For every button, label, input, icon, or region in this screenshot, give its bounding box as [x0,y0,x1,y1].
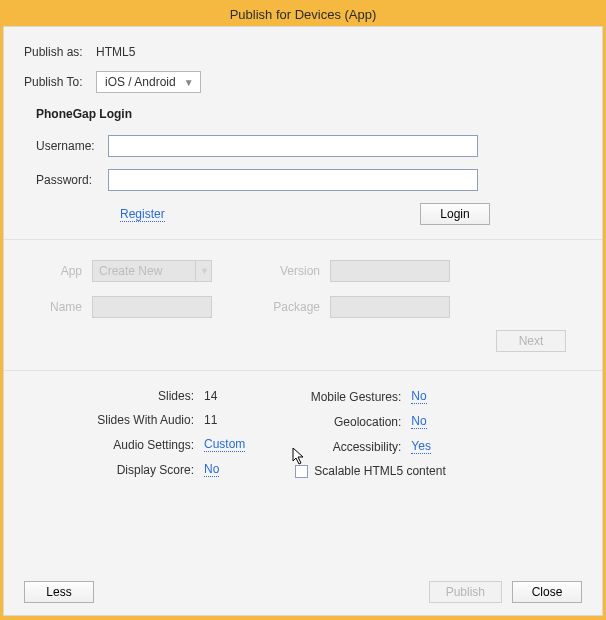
divider [4,370,602,371]
phonegap-section-title: PhoneGap Login [36,107,582,121]
slides-label: Slides: [54,389,194,403]
accessibility-label: Accessibility: [295,440,401,454]
scalable-checkbox[interactable] [295,465,308,478]
package-label: Package [272,300,320,314]
package-input [330,296,450,318]
name-input [92,296,212,318]
app-section: App Create New ▼ Name Version [24,250,582,360]
dialog-content: Publish as: HTML5 Publish To: iOS / Andr… [3,26,603,616]
slides-audio-value: 11 [204,413,217,427]
register-link[interactable]: Register [120,207,165,222]
password-row: Password: [36,169,582,191]
info-section: Slides: 14 Slides With Audio: 11 Audio S… [54,389,582,478]
scalable-label: Scalable HTML5 content [314,464,445,478]
publish-as-value: HTML5 [96,45,135,59]
publish-to-select[interactable]: iOS / Android ▼ [96,71,201,93]
geolocation-label: Geolocation: [295,415,401,429]
audio-settings-label: Audio Settings: [54,438,194,452]
version-input [330,260,450,282]
password-input[interactable] [108,169,478,191]
accessibility-link[interactable]: Yes [411,439,431,454]
publish-to-value: iOS / Android [105,75,176,89]
audio-settings-link[interactable]: Custom [204,437,245,452]
publish-to-label: Publish To: [24,75,96,89]
app-select: Create New ▼ [92,260,212,282]
dialog-window: Publish for Devices (App) Publish as: HT… [0,0,606,620]
dialog-footer: Less Publish Close [24,581,582,603]
app-label: App [34,264,82,278]
login-actions-row: Register Login [120,203,490,225]
geolocation-link[interactable]: No [411,414,426,429]
display-score-link[interactable]: No [204,462,219,477]
chevron-down-icon: ▼ [184,77,194,88]
publish-to-row: Publish To: iOS / Android ▼ [24,71,582,93]
mobile-gestures-label: Mobile Gestures: [295,390,401,404]
divider [4,239,602,240]
version-label: Version [272,264,320,278]
login-button[interactable]: Login [420,203,490,225]
close-button[interactable]: Close [512,581,582,603]
chevron-down-icon: ▼ [200,266,209,276]
mobile-gestures-link[interactable]: No [411,389,426,404]
username-row: Username: [36,135,582,157]
name-label: Name [34,300,82,314]
less-button[interactable]: Less [24,581,94,603]
publish-button: Publish [429,581,502,603]
slides-value: 14 [204,389,217,403]
next-button: Next [496,330,566,352]
password-label: Password: [36,173,108,187]
publish-as-row: Publish as: HTML5 [24,45,582,59]
display-score-label: Display Score: [54,463,194,477]
username-input[interactable] [108,135,478,157]
username-label: Username: [36,139,108,153]
slides-audio-label: Slides With Audio: [54,413,194,427]
publish-as-label: Publish as: [24,45,96,59]
app-select-value: Create New [99,264,162,278]
dialog-title: Publish for Devices (App) [3,3,603,26]
